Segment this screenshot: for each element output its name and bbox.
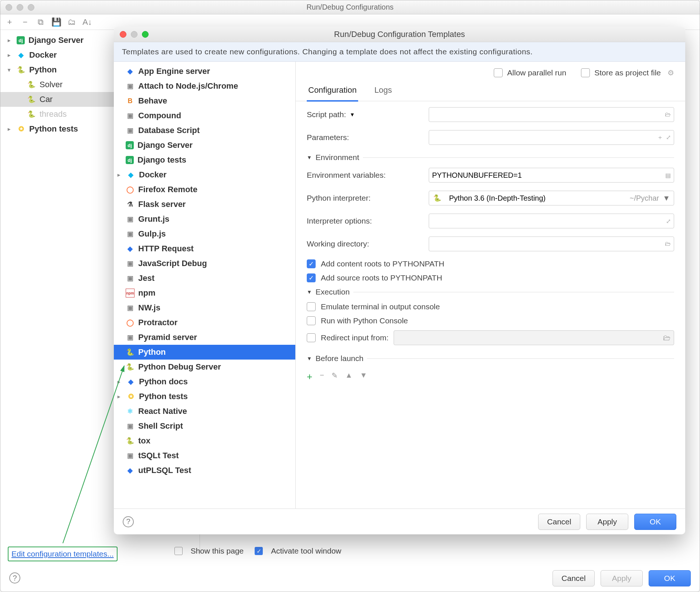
modal-help-icon[interactable]: ? xyxy=(123,516,134,527)
template-item[interactable]: ▣Grunt.js xyxy=(114,212,295,227)
template-item-label: Behave xyxy=(138,96,167,106)
run-with-console-checkbox[interactable] xyxy=(307,316,316,325)
activate-tool-window-checkbox[interactable]: ✓ xyxy=(255,547,263,555)
docker-icon: ◆ xyxy=(126,170,135,179)
env-vars-input[interactable]: ▤ xyxy=(429,168,674,183)
template-item[interactable]: ▣Gulp.js xyxy=(114,227,295,241)
working-directory-input[interactable]: 🗁 xyxy=(429,237,674,251)
template-item[interactable]: ▣Shell Script xyxy=(114,419,295,433)
behave-icon: B xyxy=(126,96,135,105)
template-item[interactable]: ▣Database Script xyxy=(114,123,295,138)
template-item[interactable]: ▣Compound xyxy=(114,108,295,123)
template-item-label: Grunt.js xyxy=(138,214,169,224)
add-content-roots-checkbox[interactable]: ✓ xyxy=(307,259,316,268)
collapse-icon[interactable]: ▼ xyxy=(307,355,312,361)
template-item[interactable]: ▸◆Docker xyxy=(114,167,295,182)
disclosure-icon[interactable]: ▾ xyxy=(8,67,14,73)
templates-list[interactable]: ◆App Engine server▣Attach to Node.js/Chr… xyxy=(114,62,296,508)
disclosure-icon[interactable]: ▸ xyxy=(8,52,14,58)
modal-ok-button[interactable]: OK xyxy=(634,514,676,530)
ok-button[interactable]: OK xyxy=(649,570,691,586)
template-item[interactable]: BBehave xyxy=(114,93,295,108)
generic-icon: ▣ xyxy=(126,274,135,283)
collapse-icon[interactable]: ▼ xyxy=(307,289,312,295)
activate-tool-window-label: Activate tool window xyxy=(271,547,341,555)
redirect-input-path[interactable]: 🗁 xyxy=(394,330,674,345)
template-item[interactable]: ◯Protractor xyxy=(114,315,295,330)
template-item-label: tSQLt Test xyxy=(138,451,179,460)
template-item[interactable]: djDjango Server xyxy=(114,138,295,153)
edit-list-icon[interactable]: ▤ xyxy=(665,172,671,179)
expand-field-icon[interactable]: ⤢ xyxy=(666,134,671,142)
disclosure-icon[interactable]: ▸ xyxy=(118,379,124,385)
template-item[interactable]: ▣JavaScript Debug xyxy=(114,256,295,271)
save-configuration-icon[interactable]: 💾 xyxy=(52,18,60,26)
template-item[interactable]: ⚗Flask server xyxy=(114,197,295,212)
emulate-terminal-checkbox[interactable] xyxy=(307,302,316,311)
help-icon[interactable]: ? xyxy=(9,572,20,584)
move-down-icon[interactable]: ▼ xyxy=(360,371,367,382)
allow-parallel-run-checkbox[interactable] xyxy=(494,68,503,77)
script-path-input[interactable]: 🗁 xyxy=(429,107,674,122)
generic-icon: ▣ xyxy=(126,82,135,91)
template-item[interactable]: ▸✪Python tests xyxy=(114,389,295,404)
disclosure-icon[interactable]: ▸ xyxy=(118,172,124,178)
template-item[interactable]: ◆App Engine server xyxy=(114,64,295,79)
browse-folder-icon[interactable]: 🗁 xyxy=(663,333,671,342)
folder-add-icon[interactable]: 🗂 xyxy=(68,18,76,26)
disclosure-icon[interactable]: ▸ xyxy=(8,126,14,132)
flask-icon: ⚗ xyxy=(126,200,135,209)
template-item[interactable]: 🐍Python xyxy=(114,345,295,360)
template-item[interactable]: 🐍Python Debug Server xyxy=(114,360,295,374)
insert-macro-icon[interactable]: ＋ xyxy=(657,134,663,142)
template-item[interactable]: ▸◆Python docs xyxy=(114,374,295,389)
modal-apply-button[interactable]: Apply xyxy=(586,514,628,530)
remove-task-icon[interactable]: − xyxy=(320,371,324,382)
cancel-button[interactable]: Cancel xyxy=(553,570,595,586)
tab-logs[interactable]: Logs xyxy=(373,81,394,101)
template-item[interactable]: ⚛React Native xyxy=(114,404,295,419)
expand-field-icon[interactable]: ⤢ xyxy=(666,218,671,225)
template-item-label: utPLSQL Test xyxy=(138,466,191,475)
browse-folder-icon[interactable]: 🗁 xyxy=(665,241,671,247)
parameters-input[interactable]: ＋ ⤢ xyxy=(429,130,674,145)
show-this-page-label: Show this page xyxy=(191,547,244,555)
gear-icon[interactable]: ⚙ xyxy=(667,68,674,77)
python-interpreter-select[interactable]: 🐍 Python 3.6 (In-Depth-Testing) ~/Pychar… xyxy=(429,191,674,205)
python-icon: 🐍 xyxy=(27,80,36,89)
store-as-project-file-checkbox[interactable] xyxy=(581,68,590,77)
template-item[interactable]: 🐍tox xyxy=(114,433,295,448)
collapse-icon[interactable]: ▼ xyxy=(307,154,312,160)
add-configuration-icon[interactable]: + xyxy=(6,18,14,26)
template-item[interactable]: ◯Firefox Remote xyxy=(114,182,295,197)
template-item[interactable]: ▣Jest xyxy=(114,271,295,286)
sort-alpha-icon[interactable]: A↓ xyxy=(83,18,91,26)
template-item[interactable]: npmnpm xyxy=(114,286,295,300)
template-item[interactable]: ▣Pyramid server xyxy=(114,330,295,345)
template-item[interactable]: ◆HTTP Request xyxy=(114,241,295,256)
apply-button[interactable]: Apply xyxy=(601,570,643,586)
edit-configuration-templates-link[interactable]: Edit configuration templates... xyxy=(11,550,114,558)
template-item[interactable]: ▣NW.js xyxy=(114,300,295,315)
disclosure-icon[interactable]: ▸ xyxy=(8,37,14,43)
script-path-mode-dropdown-icon[interactable]: ▼ xyxy=(350,112,355,118)
redirect-input-checkbox[interactable] xyxy=(307,333,316,342)
template-item[interactable]: ▣tSQLt Test xyxy=(114,448,295,463)
modal-cancel-button[interactable]: Cancel xyxy=(538,514,580,530)
interpreter-options-input[interactable]: ⤢ xyxy=(429,214,674,228)
modal-title: Run/Debug Configuration Templates xyxy=(114,30,685,39)
move-up-icon[interactable]: ▲ xyxy=(345,371,353,382)
tab-configuration[interactable]: Configuration xyxy=(307,81,358,102)
remove-configuration-icon[interactable]: − xyxy=(21,18,29,26)
copy-configuration-icon[interactable]: ⧉ xyxy=(37,18,45,26)
show-this-page-checkbox[interactable] xyxy=(174,547,183,555)
browse-folder-icon[interactable]: 🗁 xyxy=(665,111,671,118)
template-item[interactable]: ▣Attach to Node.js/Chrome xyxy=(114,79,295,93)
add-task-icon[interactable]: + xyxy=(307,371,312,382)
template-item[interactable]: djDjango tests xyxy=(114,153,295,167)
edit-task-icon[interactable]: ✎ xyxy=(332,371,338,382)
disclosure-icon[interactable]: ▸ xyxy=(118,394,124,399)
generic-icon: ▣ xyxy=(126,229,135,238)
add-source-roots-checkbox[interactable]: ✓ xyxy=(307,273,316,282)
template-item[interactable]: ◆utPLSQL Test xyxy=(114,463,295,478)
